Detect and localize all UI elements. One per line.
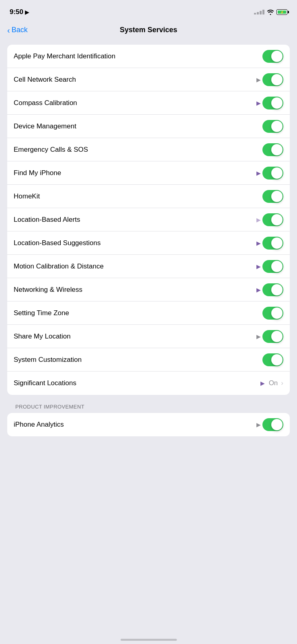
row-loc-alerts[interactable]: Location-Based Alerts ▶ (7, 208, 290, 231)
row-timezone[interactable]: Setting Time Zone (7, 301, 290, 325)
label-share-loc: Share My Location (14, 332, 71, 341)
label-compass: Compass Calibration (14, 99, 77, 107)
row-loc-suggestions[interactable]: Location-Based Suggestions ▶ (7, 231, 290, 255)
row-apple-pay[interactable]: Apple Pay Merchant Identification (7, 45, 290, 68)
toggle-loc-alerts[interactable] (262, 213, 283, 226)
back-label: Back (12, 26, 28, 34)
product-improvement-header: PRODUCT IMPROVEMENT (7, 395, 290, 413)
location-arrow-motion: ▶ (256, 263, 261, 270)
time-label: 9:50 (10, 8, 23, 16)
label-apple-pay: Apple Pay Merchant Identification (14, 52, 115, 60)
location-arrow-find-my: ▶ (256, 170, 261, 176)
row-cell-network[interactable]: Cell Network Search ▶ (7, 68, 290, 91)
row-emergency[interactable]: Emergency Calls & SOS (7, 138, 290, 161)
toggle-compass[interactable] (262, 97, 283, 109)
toggle-timezone[interactable] (262, 307, 283, 320)
toggle-networking[interactable] (262, 283, 283, 296)
toggle-share-loc[interactable] (262, 330, 283, 343)
status-bar: 9:50 ▶ ⚡ (0, 0, 297, 22)
label-sys-custom: System Customization (14, 356, 82, 364)
label-loc-alerts: Location-Based Alerts (14, 216, 80, 224)
location-arrow-loc-suggestions: ▶ (256, 240, 261, 246)
location-arrow-sig-loc: ▶ (260, 380, 265, 386)
toggle-cell-network[interactable] (262, 73, 283, 86)
label-find-my: Find My iPhone (14, 169, 61, 177)
nav-bar: ‹ Back System Services (0, 22, 297, 41)
location-arrow-share-loc: ▶ (256, 333, 261, 340)
signal-icon (254, 10, 264, 14)
location-arrow-status: ▶ (25, 9, 29, 15)
toggle-motion[interactable] (262, 260, 283, 273)
location-arrow-iphone-analytics: ▶ (256, 421, 261, 428)
label-sig-loc: Significant Locations (14, 379, 76, 387)
sig-loc-value: On (269, 379, 278, 387)
row-iphone-analytics[interactable]: iPhone Analytics ▶ (7, 413, 290, 436)
label-homekit: HomeKit (14, 192, 40, 200)
row-sys-custom[interactable]: System Customization (7, 348, 290, 372)
status-right: ⚡ (254, 9, 287, 15)
label-loc-suggestions: Location-Based Suggestions (14, 239, 100, 247)
page-title: System Services (120, 26, 177, 34)
back-button[interactable]: ‹ Back (7, 26, 28, 34)
location-arrow-cell-network: ▶ (256, 76, 261, 83)
toggle-loc-suggestions[interactable] (262, 237, 283, 250)
label-timezone: Setting Time Zone (14, 309, 69, 317)
label-networking: Networking & Wireless (14, 286, 82, 294)
wifi-icon (267, 9, 274, 15)
row-homekit[interactable]: HomeKit (7, 185, 290, 208)
product-improvement-card: iPhone Analytics ▶ (7, 413, 290, 436)
toggle-iphone-analytics[interactable] (262, 418, 283, 431)
battery-icon: ⚡ (277, 9, 287, 15)
label-device-mgmt: Device Management (14, 122, 76, 130)
row-networking[interactable]: Networking & Wireless ▶ (7, 278, 290, 301)
settings-card: Apple Pay Merchant Identification Cell N… (7, 45, 290, 395)
toggle-apple-pay[interactable] (262, 50, 283, 63)
label-iphone-analytics: iPhone Analytics (14, 421, 64, 429)
toggle-device-mgmt[interactable] (262, 120, 283, 133)
back-chevron-icon: ‹ (7, 26, 10, 34)
toggle-find-my[interactable] (262, 167, 283, 180)
product-improvement-section: PRODUCT IMPROVEMENT iPhone Analytics ▶ (7, 395, 290, 436)
row-device-mgmt[interactable]: Device Management (7, 115, 290, 138)
row-share-loc[interactable]: Share My Location ▶ (7, 325, 290, 348)
toggle-sys-custom[interactable] (262, 353, 283, 366)
sig-loc-chevron-icon: › (281, 379, 283, 387)
row-compass[interactable]: Compass Calibration ▶ (7, 91, 290, 115)
location-arrow-loc-alerts: ▶ (256, 217, 261, 223)
row-sig-loc[interactable]: Significant Locations ▶ On › (7, 372, 290, 395)
row-motion[interactable]: Motion Calibration & Distance ▶ (7, 255, 290, 278)
toggle-homekit[interactable] (262, 190, 283, 203)
row-find-my[interactable]: Find My iPhone ▶ (7, 161, 290, 185)
toggle-emergency[interactable] (262, 143, 283, 156)
location-arrow-networking: ▶ (256, 287, 261, 293)
location-arrow-compass: ▶ (256, 100, 261, 106)
label-emergency: Emergency Calls & SOS (14, 146, 88, 154)
label-cell-network: Cell Network Search (14, 76, 76, 84)
label-motion: Motion Calibration & Distance (14, 262, 104, 270)
home-indicator (121, 639, 177, 641)
system-services-section: Apple Pay Merchant Identification Cell N… (7, 45, 290, 395)
status-time: 9:50 ▶ (10, 8, 29, 16)
